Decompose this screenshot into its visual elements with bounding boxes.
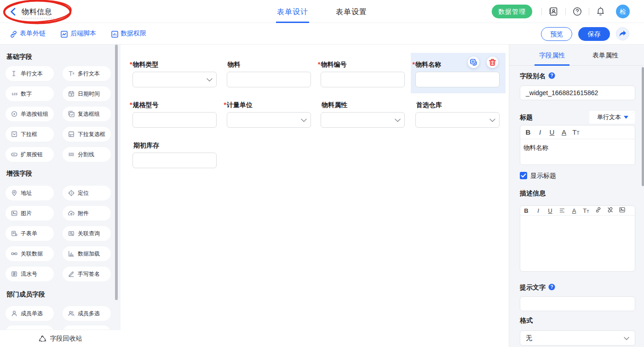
svg-text:?: ? [550, 284, 553, 290]
svg-text:123: 123 [12, 92, 17, 96]
svg-text:?: ? [550, 73, 553, 78]
